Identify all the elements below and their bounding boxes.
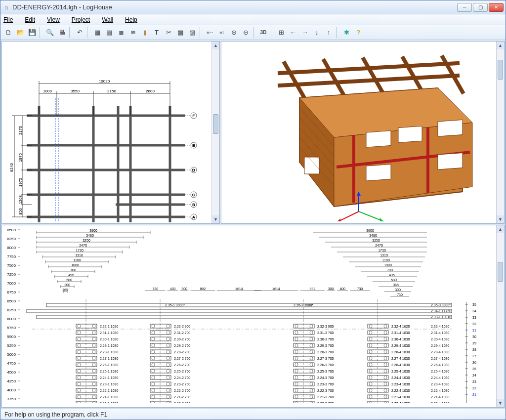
svg-point-262 — [92, 344, 95, 347]
svg-text:A: A — [192, 215, 195, 219]
section-view-panel[interactable]: 8500825080007750750072507000675065006250… — [1, 225, 505, 408]
svg-marker-102 — [337, 218, 340, 221]
svg-text:1730: 1730 — [378, 249, 386, 252]
save-icon[interactable]: 💾 — [27, 27, 38, 38]
svg-point-444 — [369, 382, 372, 386]
menu-edit[interactable]: Edit — [25, 16, 41, 23]
svg-point-330 — [152, 370, 155, 373]
arrow-left-icon[interactable]: ← — [288, 27, 298, 38]
svg-point-326 — [152, 363, 155, 367]
svg-text:2.23-4 1030: 2.23-4 1030 — [391, 382, 410, 386]
minimize-button[interactable]: ─ — [457, 3, 472, 12]
svg-rect-91 — [304, 157, 319, 174]
grid2-icon[interactable]: ▤ — [104, 27, 115, 38]
svg-text:26: 26 — [472, 361, 476, 364]
3d-scrollbar[interactable]: ▲▼ — [496, 42, 504, 223]
svg-text:1614: 1614 — [272, 287, 280, 291]
svg-text:2.21-1 1030: 2.21-1 1030 — [100, 395, 118, 399]
svg-text:2.29-1 1030: 2.29-1 1030 — [100, 344, 118, 347]
help-icon[interactable]: ? — [353, 27, 364, 38]
toolbar: 🗋 📂 💾 🔍 🖶 ↶ ▦ ▤ ≣ ≋ ▮ T ✂ ▩ ▨ м↔ м↕ ⊕ ⊖ … — [0, 25, 506, 40]
3d-view-panel[interactable]: ▲▼ — [221, 41, 505, 224]
svg-text:2.21-3 700: 2.21-3 700 — [317, 395, 334, 399]
svg-rect-88 — [438, 120, 463, 136]
svg-text:7000: 7000 — [7, 281, 16, 286]
svg-text:2.31-2 700: 2.31-2 700 — [174, 331, 191, 335]
arrow-down-icon[interactable]: ↓ — [311, 27, 322, 38]
3d-icon[interactable]: 3D — [258, 27, 269, 38]
refresh-icon[interactable]: ✱ — [341, 27, 352, 38]
svg-text:580: 580 — [66, 278, 72, 282]
svg-line-75 — [324, 61, 344, 95]
grid4-icon[interactable]: ≋ — [127, 27, 138, 38]
window-title: DD-ENERGY-2014.lgh - LogHouse — [12, 3, 456, 11]
svg-text:28: 28 — [472, 348, 476, 351]
arrow-up-icon[interactable]: ↑ — [323, 27, 334, 38]
print-preview-icon[interactable]: 🔍 — [44, 27, 55, 38]
open-icon[interactable]: 📂 — [15, 27, 26, 38]
dim-v-icon[interactable]: м↕ — [216, 27, 227, 38]
svg-rect-244 — [27, 309, 452, 313]
svg-point-449 — [384, 389, 387, 392]
svg-text:2.22-1 1030: 2.22-1 1030 — [100, 389, 118, 392]
layers-icon[interactable]: ▩ — [175, 27, 186, 38]
svg-text:2470: 2470 — [375, 244, 383, 247]
grid-all-icon[interactable]: ⊞ — [276, 27, 287, 38]
svg-text:2.20-3 700: 2.20-3 700 — [317, 402, 334, 403]
menu-help[interactable]: Help — [125, 16, 143, 23]
svg-text:4000: 4000 — [7, 388, 16, 392]
new-icon[interactable]: 🗋 — [3, 27, 14, 38]
svg-text:8500: 8500 — [7, 228, 16, 232]
svg-text:365: 365 — [62, 288, 68, 292]
plan-view-panel[interactable]: 10020 1000 3550 2150 2600 — [1, 41, 220, 224]
menu-file[interactable]: File — [3, 16, 19, 23]
cut-icon[interactable]: ✂ — [163, 27, 174, 38]
svg-rect-245 — [37, 315, 452, 319]
svg-point-277 — [78, 370, 81, 373]
svg-point-404 — [310, 402, 313, 404]
app-window: ⌂ DD-ENERGY-2014.lgh - LogHouse ─ ▢ ✕ Fi… — [0, 0, 506, 420]
svg-text:2.33-1 10910: 2.33-1 10910 — [431, 315, 451, 319]
svg-text:6000: 6000 — [7, 317, 16, 321]
close-button[interactable]: ✕ — [489, 3, 504, 12]
svg-text:32: 32 — [472, 322, 476, 326]
svg-marker-101 — [380, 217, 383, 221]
svg-text:580: 580 — [391, 278, 397, 282]
undo-icon[interactable]: ↶ — [74, 27, 85, 38]
zoom-out-icon[interactable]: ⊖ — [240, 27, 251, 38]
svg-text:2.27-4 1030: 2.27-4 1030 — [391, 357, 410, 360]
wall-icon[interactable]: ▮ — [139, 27, 150, 38]
svg-text:22: 22 — [472, 386, 476, 390]
arrow-right-icon[interactable]: → — [299, 27, 310, 38]
grid1-icon[interactable]: ▦ — [92, 27, 103, 38]
grid3-icon[interactable]: ≣ — [116, 27, 126, 38]
svg-point-343 — [167, 389, 169, 392]
svg-text:8240: 8240 — [9, 163, 14, 172]
svg-point-319 — [167, 350, 169, 354]
menu-wall[interactable]: Wall — [102, 16, 119, 23]
svg-text:3250: 3250 — [372, 239, 380, 242]
maximize-button[interactable]: ▢ — [473, 3, 488, 12]
svg-text:2.26-4 1030: 2.26-4 1030 — [431, 363, 449, 367]
svg-point-375 — [295, 357, 298, 360]
text-icon[interactable]: T — [151, 27, 162, 38]
svg-text:B: B — [192, 203, 195, 207]
svg-point-363 — [295, 337, 298, 341]
titlebar[interactable]: ⌂ DD-ENERGY-2014.lgh - LogHouse ─ ▢ ✕ — [0, 0, 506, 14]
print-icon[interactable]: 🖶 — [56, 27, 67, 38]
svg-text:365: 365 — [393, 283, 399, 287]
menu-project[interactable]: Project — [72, 16, 96, 23]
menu-view[interactable]: View — [47, 16, 66, 23]
svg-text:23: 23 — [472, 380, 476, 383]
zoom-in-icon[interactable]: ⊕ — [228, 27, 239, 38]
svg-text:2.28-3 700: 2.28-3 700 — [317, 350, 334, 354]
svg-point-285 — [78, 382, 81, 386]
svg-text:4750: 4750 — [7, 361, 16, 366]
dim-h-icon[interactable]: м↔ — [205, 27, 215, 38]
svg-text:1975: 1975 — [18, 153, 23, 162]
svg-point-331 — [167, 370, 169, 373]
layers2-icon[interactable]: ▨ — [187, 27, 198, 38]
section-scrollbar[interactable]: ▲▼ — [496, 225, 504, 407]
menu-bar[interactable]: File Edit View Project Wall Help — [0, 14, 506, 25]
plan-scrollbar[interactable]: ▲▼ — [211, 42, 219, 223]
